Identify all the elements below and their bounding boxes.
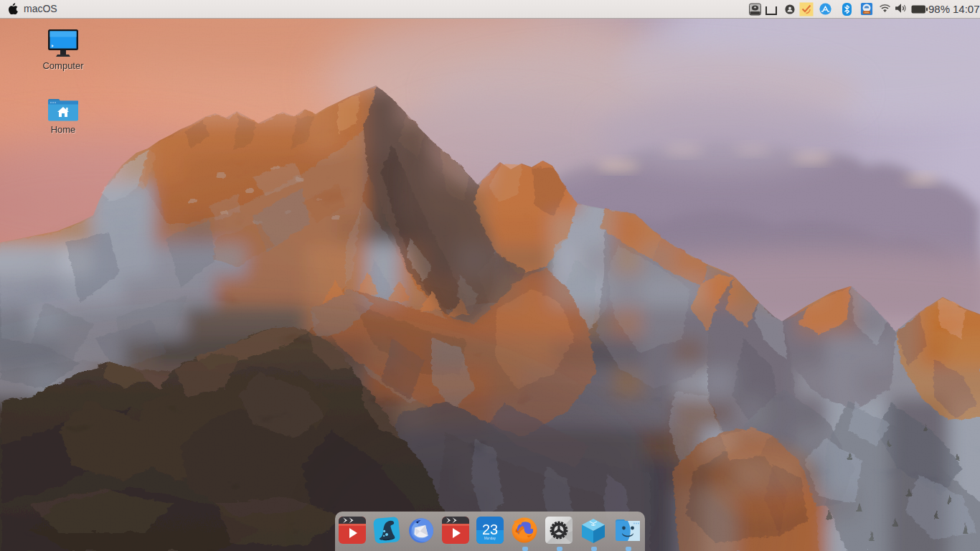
svg-text:23: 23 (482, 522, 498, 537)
svg-text:Monday: Monday (484, 537, 496, 540)
